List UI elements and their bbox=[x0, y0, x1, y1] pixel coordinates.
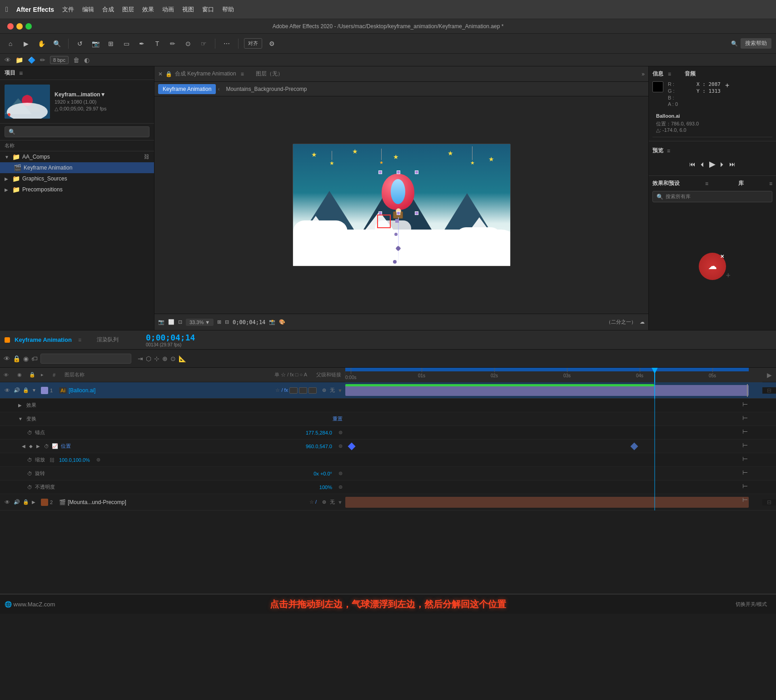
tab-keyframe-animation[interactable]: Keyframe Animation bbox=[158, 84, 216, 94]
maximize-button[interactable] bbox=[25, 23, 32, 30]
apple-menu[interactable]:  bbox=[5, 5, 8, 14]
tl-tools-icon-4[interactable]: ⊕ bbox=[162, 355, 168, 362]
anchor-anim-icon[interactable]: ⏱ bbox=[27, 430, 32, 435]
cloud-upload-icon[interactable]: ☁ bbox=[640, 319, 645, 325]
scale-value[interactable]: 100.0,100.0% bbox=[59, 457, 90, 463]
fit-icon[interactable]: ⊞ bbox=[217, 319, 221, 325]
color-swatch[interactable] bbox=[652, 81, 663, 92]
list-item[interactable]: ⏱ 锚点 177.5,284.0 ⊚ ⊢ bbox=[0, 426, 776, 440]
go-to-end-button[interactable]: ⏭ bbox=[729, 160, 736, 168]
tl-tools-icon-1[interactable]: ⇥ bbox=[138, 355, 143, 362]
transparency-icon[interactable]: ⊡ bbox=[178, 319, 182, 325]
trash-icon[interactable]: 🗑 bbox=[73, 56, 80, 64]
rotation-value[interactable]: 0x +0.0° bbox=[313, 471, 332, 476]
tl-tools-icon-2[interactable]: ⬡ bbox=[146, 355, 151, 362]
eye-icon[interactable]: 👁 bbox=[5, 56, 11, 64]
layer2-link-icon[interactable]: ⊚ bbox=[322, 499, 326, 505]
layer2-expand[interactable]: ▶ bbox=[32, 500, 39, 505]
text-tool[interactable]: T bbox=[151, 38, 163, 50]
flowchart-icon[interactable]: 🔷 bbox=[28, 56, 35, 64]
layer2-sw2[interactable]: / bbox=[315, 499, 317, 505]
tl-scroll-right[interactable]: ▶ bbox=[762, 371, 776, 379]
play-button[interactable]: ▶ bbox=[709, 159, 716, 169]
layer1-sw2[interactable]: / fx bbox=[281, 387, 288, 394]
effects-arrow[interactable]: ▶ bbox=[18, 403, 24, 408]
info-menu-icon[interactable]: ≡ bbox=[668, 71, 671, 77]
go-to-start-button[interactable]: ⏮ bbox=[689, 160, 696, 168]
tree-item-aa-comps[interactable]: ▼ 📁 AA_Comps ⛓ bbox=[0, 151, 154, 162]
puppet-tool[interactable]: ☞ bbox=[198, 38, 209, 50]
layer2-parent-arrow[interactable]: ▼ bbox=[338, 500, 343, 505]
menu-view[interactable]: 视图 bbox=[182, 5, 194, 14]
pos-keyframe-nav-back[interactable]: ◀ bbox=[22, 444, 25, 449]
select-tool[interactable]: ▶ bbox=[20, 38, 32, 50]
menu-help[interactable]: 帮助 bbox=[222, 5, 234, 14]
shapes-tool[interactable]: ⋯ bbox=[221, 38, 233, 50]
menu-animation[interactable]: 动画 bbox=[162, 5, 174, 14]
step-back-button[interactable]: ⏴ bbox=[699, 160, 706, 168]
layer1-sw4[interactable] bbox=[299, 387, 307, 394]
layer2-sw1[interactable]: ☆ bbox=[309, 499, 314, 505]
zoom-tool[interactable]: 🔍 bbox=[51, 38, 63, 50]
stamp-tool[interactable]: ⊙ bbox=[182, 38, 194, 50]
zoom-control[interactable]: 33.3% ▼ bbox=[186, 319, 214, 326]
project-search-area[interactable]: 🔍 bbox=[0, 124, 154, 140]
folder-icon[interactable]: 📁 bbox=[15, 56, 23, 64]
scale-link-chain[interactable]: ⛓ bbox=[50, 457, 55, 463]
undo-icon[interactable]: ↺ bbox=[74, 38, 86, 50]
menu-effect[interactable]: 效果 bbox=[142, 5, 154, 14]
tree-item-precomps[interactable]: ▶ 📁 Precompositions bbox=[0, 184, 154, 195]
snapshot-capture-icon[interactable]: 📸 bbox=[269, 319, 275, 325]
pos-keyframe-diamond[interactable]: ◆ bbox=[29, 444, 33, 449]
toggle-icon[interactable]: ◐ bbox=[84, 56, 90, 64]
pan-behind-tool[interactable]: ⊞ bbox=[105, 38, 117, 50]
opacity-value[interactable]: 100% bbox=[319, 485, 332, 490]
pen-tool[interactable]: ✒ bbox=[136, 38, 148, 50]
workspace-settings[interactable]: ⚙ bbox=[266, 38, 278, 50]
keyframe-pos-end[interactable] bbox=[631, 442, 638, 450]
tl-lock-icon[interactable]: 🔒 bbox=[13, 355, 20, 362]
comp-viewport[interactable]: ★ ★ ★ ★ ★ ★ ★ ★ bbox=[154, 96, 648, 314]
comp-menu-icon[interactable]: ≡ bbox=[241, 71, 244, 77]
scale-link-icon[interactable]: ⊚ bbox=[96, 457, 100, 463]
rotation-link-icon[interactable]: ⊚ bbox=[338, 470, 343, 476]
close-button[interactable] bbox=[7, 23, 14, 30]
brush-tool[interactable]: ✏ bbox=[167, 38, 179, 50]
snapshot-icon[interactable]: 📷 bbox=[158, 319, 164, 325]
menu-comp[interactable]: 合成 bbox=[102, 5, 114, 14]
opacity-anim-icon[interactable]: ⏱ bbox=[27, 485, 32, 490]
library-menu-icon[interactable]: ≡ bbox=[769, 180, 772, 187]
layer1-sw1[interactable]: ☆ bbox=[275, 387, 280, 394]
effects-search-area[interactable]: 🔍 搜索所有库 bbox=[652, 191, 772, 202]
tl-tools-icon-5[interactable]: ⊙ bbox=[170, 355, 176, 362]
timeline-search-input[interactable] bbox=[40, 354, 131, 364]
layer1-lock[interactable]: 🔒 bbox=[23, 387, 30, 393]
layer1-expand[interactable]: ▼ bbox=[32, 388, 39, 393]
quality-label[interactable]: （二分之一） bbox=[606, 319, 636, 325]
timeline-timecode[interactable]: 0;00;04;14 bbox=[146, 333, 195, 342]
tab-mountains-precomp[interactable]: Mountains_Background-Precomp bbox=[221, 84, 311, 94]
home-icon[interactable]: ⌂ bbox=[5, 38, 16, 50]
layer1-sw5[interactable] bbox=[308, 387, 317, 394]
list-item[interactable]: ⏱ 不透明度 100% ⊚ ⊢ bbox=[0, 480, 776, 494]
comp-expand-icon[interactable]: » bbox=[642, 71, 645, 77]
bpc-badge[interactable]: 8 bpc bbox=[50, 56, 69, 64]
safe-zone-icon[interactable]: ⊟ bbox=[225, 319, 229, 325]
menu-edit[interactable]: 编辑 bbox=[82, 5, 94, 14]
transform-reset-button[interactable]: 重置 bbox=[333, 415, 343, 422]
pos-link-icon[interactable]: ⊚ bbox=[338, 443, 343, 449]
tl-tools-icon-6[interactable]: 📐 bbox=[179, 355, 186, 362]
search-help-button[interactable]: 搜索帮助 bbox=[741, 38, 771, 49]
layer1-sw3[interactable] bbox=[289, 387, 298, 394]
list-item[interactable]: ▶ 效果 ⊢ bbox=[0, 399, 776, 412]
list-item[interactable]: ⏱ 旋转 0x +0.0° ⊚ ⊢ bbox=[0, 467, 776, 480]
effects-menu-icon[interactable]: ≡ bbox=[705, 180, 708, 187]
pos-keyframe-nav-fwd[interactable]: ▶ bbox=[36, 444, 40, 449]
menu-layer[interactable]: 图层 bbox=[122, 5, 134, 14]
anchor-value[interactable]: 177.5,284.0 bbox=[306, 430, 332, 435]
toggle-switch-label[interactable]: 切换开关/模式 bbox=[736, 601, 767, 608]
pos-anim-icon[interactable]: ⏱ bbox=[44, 444, 49, 449]
layer2-lock[interactable]: 🔒 bbox=[23, 499, 30, 505]
keyframe-pos-start[interactable] bbox=[348, 442, 356, 450]
list-item[interactable]: ▼ 变换 重置 ⊢ bbox=[0, 412, 776, 426]
